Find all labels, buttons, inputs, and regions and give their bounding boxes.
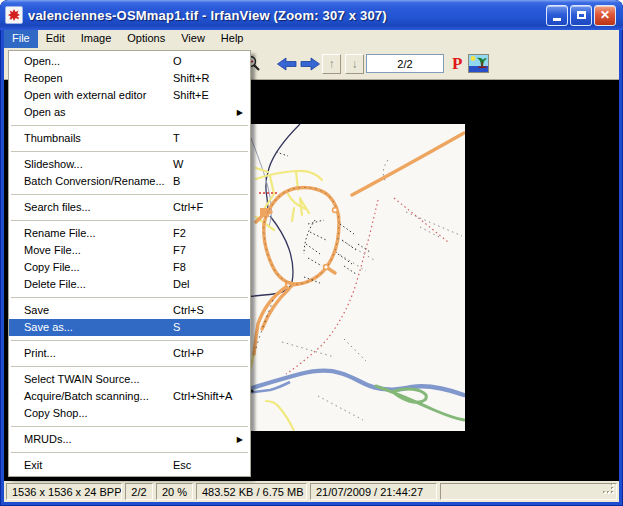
- menu-item-label: Reopen: [24, 72, 63, 84]
- image-thumbnail-button[interactable]: [468, 54, 489, 77]
- menu-item-label: Open...: [24, 55, 60, 67]
- menubar-item-image[interactable]: Image: [73, 30, 120, 48]
- submenu-arrow-icon: ▶: [237, 431, 243, 448]
- menu-separator: [11, 220, 248, 221]
- menu-item-label: Thumbnails: [24, 132, 81, 144]
- file-menu-item-rename-file[interactable]: Rename File...F2: [9, 225, 250, 242]
- file-menu-item-save[interactable]: SaveCtrl+S: [9, 302, 250, 319]
- file-menu-item-acquire-batch-scanning[interactable]: Acquire/Batch scanning...Ctrl+Shift+A: [9, 388, 250, 405]
- file-menu-item-batch-conversion-rename[interactable]: Batch Conversion/Rename...B: [9, 173, 250, 190]
- menubar-item-file[interactable]: File: [4, 30, 38, 48]
- down-arrow-icon: ↓: [352, 58, 358, 70]
- menu-item-label: Move File...: [24, 244, 81, 256]
- menu-item-label: Copy File...: [24, 261, 80, 273]
- page-down-button[interactable]: ↓: [345, 54, 364, 74]
- close-button[interactable]: ✕: [594, 5, 616, 26]
- statusbar: 1536 x 1536 x 24 BPP2/220 %483.52 KB / 6…: [4, 481, 619, 502]
- file-menu-item-slideshow[interactable]: Slideshow...W: [9, 156, 250, 173]
- menu-item-label: MRUDs...: [24, 433, 72, 445]
- menu-item-shortcut: W: [173, 156, 183, 173]
- file-menu-item-open-with-external-editor[interactable]: Open with external editorShift+E: [9, 87, 250, 104]
- page-indicator: 2/2: [125, 483, 153, 500]
- file-menu-item-copy-shop[interactable]: Copy Shop...: [9, 405, 250, 422]
- menu-separator: [11, 297, 248, 298]
- menu-item-label: Batch Conversion/Rename...: [24, 175, 165, 187]
- menubar-item-view[interactable]: View: [173, 30, 213, 48]
- minimize-icon: [553, 18, 561, 21]
- menu-item-label: Copy Shop...: [24, 407, 88, 419]
- zoom-percent: 20 %: [156, 483, 193, 500]
- page-number-field[interactable]: [366, 54, 444, 73]
- submenu-arrow-icon: ▶: [237, 104, 243, 121]
- p-toolbar-button[interactable]: P: [452, 55, 462, 72]
- minimize-button[interactable]: [546, 5, 568, 26]
- menu-separator: [11, 125, 248, 126]
- menu-item-shortcut: O: [173, 53, 182, 70]
- irfanview-window: valenciennes-OSMmap1.tif - IrfanView (Zo…: [0, 0, 623, 506]
- file-menu-item-copy-file[interactable]: Copy File...F8: [9, 259, 250, 276]
- file-menu-item-move-file[interactable]: Move File...F7: [9, 242, 250, 259]
- menu-item-shortcut: Ctrl+F: [173, 199, 203, 216]
- menu-item-label: Open with external editor: [24, 89, 146, 101]
- file-menu-item-reopen[interactable]: ReopenShift+R: [9, 70, 250, 87]
- menu-separator: [11, 366, 248, 367]
- file-size: 483.52 KB / 6.75 MB: [196, 483, 307, 500]
- file-menu-item-exit[interactable]: ExitEsc: [9, 457, 250, 474]
- maximize-icon: [577, 11, 586, 19]
- file-menu-item-delete-file[interactable]: Delete File...Del: [9, 276, 250, 293]
- file-datetime: 21/07/2009 / 21:44:27: [310, 483, 437, 500]
- up-arrow-icon: ↑: [329, 58, 335, 70]
- menu-item-shortcut: Ctrl+Shift+A: [173, 388, 232, 405]
- menu-separator: [11, 151, 248, 152]
- file-menu-item-open-as[interactable]: Open as▶: [9, 104, 250, 121]
- menu-item-label: Search files...: [24, 201, 91, 213]
- menu-item-shortcut: Shift+R: [173, 70, 209, 87]
- menu-item-shortcut: Del: [173, 276, 190, 293]
- menu-item-shortcut: F8: [173, 259, 186, 276]
- maximize-button[interactable]: [570, 5, 592, 26]
- menu-item-shortcut: B: [173, 173, 180, 190]
- menu-item-label: Acquire/Batch scanning...: [24, 390, 149, 402]
- beach-image-icon: [468, 54, 489, 73]
- menubar-item-help[interactable]: Help: [213, 30, 252, 48]
- previous-image-button[interactable]: [277, 57, 297, 75]
- file-menu: Open...OReopenShift+ROpen with external …: [8, 50, 251, 477]
- menu-separator: [11, 426, 248, 427]
- file-menu-item-save-as[interactable]: Save as...S: [9, 319, 250, 336]
- resize-grip[interactable]: [603, 483, 615, 498]
- menu-item-shortcut: Esc: [173, 457, 191, 474]
- menu-item-shortcut: F7: [173, 242, 186, 259]
- menu-item-label: Save: [24, 304, 49, 316]
- image-dimensions: 1536 x 1536 x 24 BPP: [6, 483, 122, 500]
- close-icon: ✕: [600, 9, 610, 21]
- menu-item-label: Rename File...: [24, 227, 96, 239]
- statusbar-empty: [440, 483, 617, 500]
- menu-item-label: Select TWAIN Source...: [24, 373, 140, 385]
- file-menu-item-print[interactable]: Print...Ctrl+P: [9, 345, 250, 362]
- file-menu-item-thumbnails[interactable]: ThumbnailsT: [9, 130, 250, 147]
- menubar-item-edit[interactable]: Edit: [38, 30, 73, 48]
- next-image-button[interactable]: [300, 57, 320, 75]
- page-up-button[interactable]: ↑: [322, 54, 341, 74]
- file-menu-item-select-twain-source[interactable]: Select TWAIN Source...: [9, 371, 250, 388]
- file-menu-item-mruds[interactable]: MRUDs...▶: [9, 431, 250, 448]
- window-title: valenciennes-OSMmap1.tif - IrfanView (Zo…: [28, 8, 546, 23]
- menu-item-shortcut: Shift+E: [173, 87, 209, 104]
- file-menu-item-open[interactable]: Open...O: [9, 53, 250, 70]
- menubar-item-options[interactable]: Options: [119, 30, 173, 48]
- menu-separator: [11, 194, 248, 195]
- menu-item-shortcut: F2: [173, 225, 186, 242]
- menu-item-label: Exit: [24, 459, 42, 471]
- menu-separator: [11, 340, 248, 341]
- irfanview-app-icon: [5, 6, 23, 24]
- titlebar[interactable]: valenciennes-OSMmap1.tif - IrfanView (Zo…: [0, 0, 623, 30]
- menu-item-shortcut: S: [173, 319, 180, 336]
- menu-item-label: Slideshow...: [24, 158, 83, 170]
- menu-separator: [11, 452, 248, 453]
- file-menu-item-search-files[interactable]: Search files...Ctrl+F: [9, 199, 250, 216]
- menu-item-shortcut: T: [173, 130, 180, 147]
- menu-item-shortcut: Ctrl+P: [173, 345, 204, 362]
- menu-item-label: Delete File...: [24, 278, 86, 290]
- back-arrow-icon: [277, 57, 297, 71]
- forward-arrow-icon: [300, 57, 320, 71]
